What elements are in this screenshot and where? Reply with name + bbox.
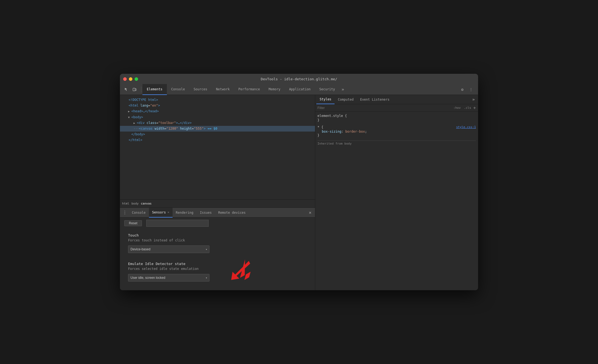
styles-tabs: Styles Computed Event Listeners » <box>315 95 478 104</box>
style-rule-universal: * { style.css:1 box-sizing: border-box; … <box>317 125 476 137</box>
dom-line-html-close: </html> <box>120 137 315 143</box>
dom-tree[interactable]: <!DOCTYPE html> <html lang="en"> ▶<head>… <box>120 95 315 199</box>
bottom-more-icon[interactable]: ⋮ <box>121 209 129 216</box>
bottom-tab-remote-devices[interactable]: Remote devices <box>215 208 249 218</box>
tab-elements[interactable]: Elements <box>142 84 167 95</box>
idle-detector-select-wrapper: No idle emulation User active, screen un… <box>128 274 209 282</box>
breadcrumb-html[interactable]: html <box>122 202 129 205</box>
device-mode-icon[interactable] <box>131 86 138 93</box>
styles-tabs-overflow[interactable]: » <box>470 97 477 102</box>
dom-panel: <!DOCTYPE html> <html lang="en"> ▶<head>… <box>120 95 315 290</box>
idle-detector-title: Emulate Idle Detector state <box>128 262 307 266</box>
touch-title: Touch <box>128 233 307 237</box>
location-input-area[interactable] <box>146 220 209 227</box>
bottom-tab-console[interactable]: Console <box>129 208 149 218</box>
breadcrumb-canvas[interactable]: canvas <box>141 202 152 205</box>
minimize-button[interactable] <box>129 77 132 81</box>
maximize-button[interactable] <box>135 77 138 81</box>
svg-rect-1 <box>135 89 136 91</box>
svg-rect-0 <box>133 88 135 91</box>
inherited-from-label: Inherited from body <box>317 141 476 145</box>
traffic-lights <box>123 77 138 81</box>
toolbar-right: ⚙ ⋮ <box>459 86 477 93</box>
toolbar-separator <box>141 87 141 92</box>
bottom-panel: ⋮ Console Sensors ✕ Rendering Issues <box>120 207 315 290</box>
tabs-overflow-icon[interactable]: » <box>339 87 346 92</box>
sensors-panel: Reset Touch Forces touch instead of clic… <box>120 218 315 290</box>
bottom-tab-rendering[interactable]: Rendering <box>173 208 197 218</box>
styles-filter-right: :hov .cls + <box>452 106 476 110</box>
close-sensors-icon[interactable]: ✕ <box>167 210 169 214</box>
idle-detector-section: Emulate Idle Detector state Forces selec… <box>120 257 315 286</box>
styles-filter-bar: :hov .cls + <box>315 104 478 112</box>
add-style-rule-button[interactable]: + <box>473 106 476 110</box>
dom-line-head[interactable]: ▶<head>…</head> <box>120 108 315 114</box>
bottom-tab-issues[interactable]: Issues <box>197 208 215 218</box>
devtools-window: DevTools - idle-detection.glitch.me/ Ele… <box>120 74 478 290</box>
main-content: <!DOCTYPE html> <html lang="en"> ▶<head>… <box>120 95 478 290</box>
styles-content: element.style { } * { style.css:1 box-si… <box>315 112 478 290</box>
styles-panel: Styles Computed Event Listeners » :hov .… <box>315 95 478 290</box>
touch-select[interactable]: Device-based Force enabled Force disable… <box>128 245 209 253</box>
titlebar: DevTools - idle-detection.glitch.me/ <box>120 74 478 84</box>
breadcrumb-body[interactable]: body <box>132 202 139 205</box>
breadcrumb: html body canvas <box>120 199 315 207</box>
inspect-icon[interactable] <box>123 86 130 93</box>
tab-security[interactable]: Security <box>315 84 339 95</box>
styles-filter-input[interactable] <box>317 106 452 110</box>
dom-line-body[interactable]: ▼<body> <box>120 114 315 120</box>
style-selector-universal: * { style.css:1 <box>317 125 476 129</box>
bottom-tabs-bar: ⋮ Console Sensors ✕ Rendering Issues <box>120 208 315 218</box>
bottom-tab-sensors[interactable]: Sensors ✕ <box>149 208 173 218</box>
idle-detector-description: Forces selected idle state emulation <box>128 267 307 271</box>
styles-tab-event-listeners[interactable]: Event Listeners <box>357 95 393 104</box>
settings-icon[interactable]: ⚙ <box>459 86 466 93</box>
tab-sources[interactable]: Sources <box>189 84 212 95</box>
styles-tab-computed[interactable]: Computed <box>335 95 357 104</box>
touch-section: Touch Forces touch instead of click Devi… <box>120 229 315 257</box>
cls-button[interactable]: .cls <box>463 106 472 110</box>
close-bottom-panel-icon[interactable]: ✕ <box>306 209 314 216</box>
styles-tab-styles[interactable]: Styles <box>316 95 335 104</box>
tab-network[interactable]: Network <box>212 84 234 95</box>
touch-select-wrapper: Device-based Force enabled Force disable… <box>128 245 209 253</box>
style-selector-element: element.style { <box>317 114 476 118</box>
style-prop-box-sizing: box-sizing: border-box; <box>322 130 476 133</box>
style-body-universal: box-sizing: border-box; <box>317 130 476 133</box>
reset-row: Reset <box>120 218 315 229</box>
dom-line-div[interactable]: ▶<div class="toolbar">…</div> <box>120 120 315 126</box>
hov-button[interactable]: :hov <box>452 106 462 110</box>
toolbar-icon-group <box>121 86 140 93</box>
window-title: DevTools - idle-detection.glitch.me/ <box>261 77 337 81</box>
main-toolbar: Elements Console Sources Network Perform… <box>120 84 478 95</box>
dom-line-html: <html lang="en"> <box>120 103 315 108</box>
style-rule-element: element.style { } <box>317 114 476 122</box>
dom-line-body-close: </body> <box>120 132 315 137</box>
style-closing-brace: } <box>317 118 476 122</box>
tab-console[interactable]: Console <box>167 84 189 95</box>
more-options-icon[interactable]: ⋮ <box>467 86 475 93</box>
style-universal-closing: } <box>317 133 476 137</box>
tab-application[interactable]: Application <box>285 84 315 95</box>
dom-line-canvas[interactable]: ···<canvas width="1280" height="555"> ==… <box>120 126 315 132</box>
reset-button[interactable]: Reset <box>124 220 142 226</box>
close-button[interactable] <box>123 77 127 81</box>
main-tabs: Elements Console Sources Network Perform… <box>142 84 339 95</box>
style-source-link[interactable]: style.css:1 <box>456 125 476 129</box>
idle-detector-select[interactable]: No idle emulation User active, screen un… <box>128 274 209 282</box>
tab-memory[interactable]: Memory <box>264 84 285 95</box>
tab-performance[interactable]: Performance <box>234 84 264 95</box>
dom-line-doctype: <!DOCTYPE html> <box>120 97 315 103</box>
touch-description: Forces touch instead of click <box>128 238 307 242</box>
